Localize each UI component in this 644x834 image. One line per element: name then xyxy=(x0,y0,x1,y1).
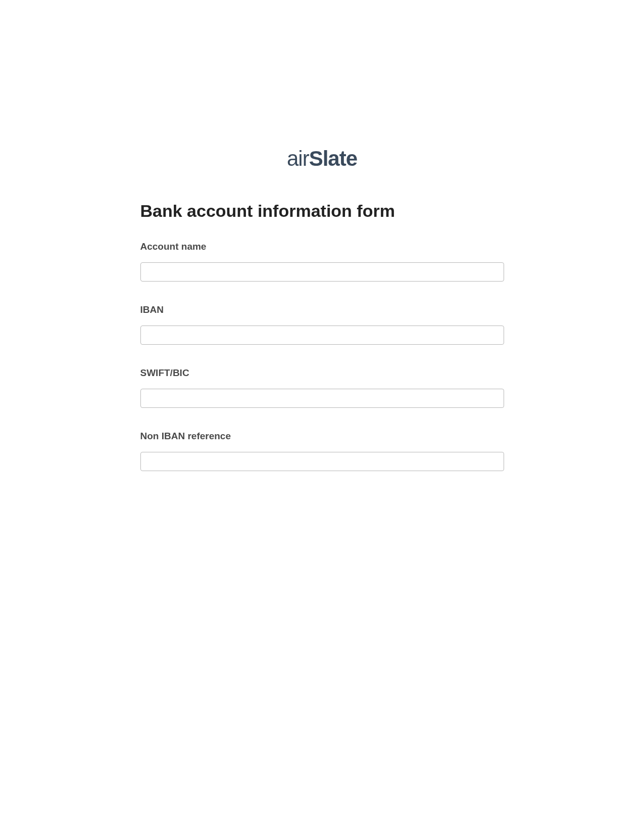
label-iban: IBAN xyxy=(140,304,504,315)
form-container: airSlate Bank account information form A… xyxy=(140,147,504,471)
label-non-iban-reference: Non IBAN reference xyxy=(140,431,504,442)
form-group-iban: IBAN xyxy=(140,304,504,345)
logo-suffix: Slate xyxy=(309,147,357,170)
logo-prefix: air xyxy=(287,147,309,170)
form-group-non-iban-reference: Non IBAN reference xyxy=(140,431,504,471)
input-non-iban-reference[interactable] xyxy=(140,452,504,471)
input-account-name[interactable] xyxy=(140,262,504,282)
form-group-swift-bic: SWIFT/BIC xyxy=(140,367,504,408)
input-iban[interactable] xyxy=(140,326,504,345)
label-swift-bic: SWIFT/BIC xyxy=(140,367,504,379)
form-group-account-name: Account name xyxy=(140,241,504,282)
label-account-name: Account name xyxy=(140,241,504,252)
logo-text: airSlate xyxy=(287,147,357,170)
input-swift-bic[interactable] xyxy=(140,389,504,408)
logo: airSlate xyxy=(140,147,504,171)
form-title: Bank account information form xyxy=(140,201,504,221)
